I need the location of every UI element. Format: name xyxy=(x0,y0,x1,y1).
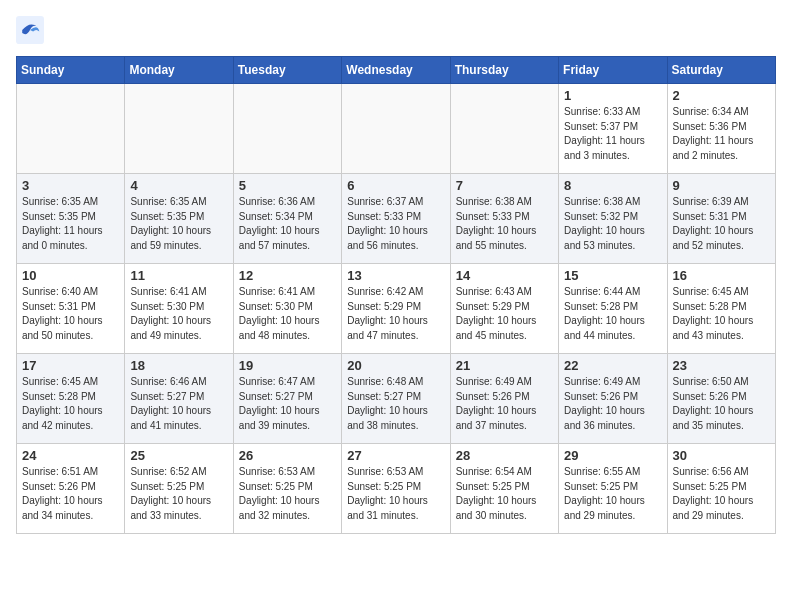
day-info: Sunrise: 6:44 AM Sunset: 5:28 PM Dayligh… xyxy=(564,285,661,343)
day-info: Sunrise: 6:42 AM Sunset: 5:29 PM Dayligh… xyxy=(347,285,444,343)
calendar-body: 1Sunrise: 6:33 AM Sunset: 5:37 PM Daylig… xyxy=(17,84,776,534)
calendar-day-cell: 15Sunrise: 6:44 AM Sunset: 5:28 PM Dayli… xyxy=(559,264,667,354)
day-number: 9 xyxy=(673,178,770,193)
calendar-week-row: 3Sunrise: 6:35 AM Sunset: 5:35 PM Daylig… xyxy=(17,174,776,264)
calendar-day-cell: 26Sunrise: 6:53 AM Sunset: 5:25 PM Dayli… xyxy=(233,444,341,534)
calendar-day-cell: 1Sunrise: 6:33 AM Sunset: 5:37 PM Daylig… xyxy=(559,84,667,174)
day-info: Sunrise: 6:53 AM Sunset: 5:25 PM Dayligh… xyxy=(347,465,444,523)
day-number: 8 xyxy=(564,178,661,193)
day-number: 27 xyxy=(347,448,444,463)
calendar-day-cell: 28Sunrise: 6:54 AM Sunset: 5:25 PM Dayli… xyxy=(450,444,558,534)
day-number: 26 xyxy=(239,448,336,463)
calendar-header: SundayMondayTuesdayWednesdayThursdayFrid… xyxy=(17,57,776,84)
calendar-day-cell: 11Sunrise: 6:41 AM Sunset: 5:30 PM Dayli… xyxy=(125,264,233,354)
day-info: Sunrise: 6:41 AM Sunset: 5:30 PM Dayligh… xyxy=(239,285,336,343)
day-number: 30 xyxy=(673,448,770,463)
day-info: Sunrise: 6:49 AM Sunset: 5:26 PM Dayligh… xyxy=(564,375,661,433)
day-info: Sunrise: 6:39 AM Sunset: 5:31 PM Dayligh… xyxy=(673,195,770,253)
day-number: 20 xyxy=(347,358,444,373)
weekday-header-monday: Monday xyxy=(125,57,233,84)
day-info: Sunrise: 6:54 AM Sunset: 5:25 PM Dayligh… xyxy=(456,465,553,523)
calendar-day-cell: 17Sunrise: 6:45 AM Sunset: 5:28 PM Dayli… xyxy=(17,354,125,444)
weekday-header-row: SundayMondayTuesdayWednesdayThursdayFrid… xyxy=(17,57,776,84)
logo xyxy=(16,16,48,44)
calendar-day-cell: 13Sunrise: 6:42 AM Sunset: 5:29 PM Dayli… xyxy=(342,264,450,354)
day-info: Sunrise: 6:38 AM Sunset: 5:32 PM Dayligh… xyxy=(564,195,661,253)
weekday-header-saturday: Saturday xyxy=(667,57,775,84)
calendar-day-cell: 21Sunrise: 6:49 AM Sunset: 5:26 PM Dayli… xyxy=(450,354,558,444)
calendar-day-cell: 24Sunrise: 6:51 AM Sunset: 5:26 PM Dayli… xyxy=(17,444,125,534)
calendar-day-cell: 25Sunrise: 6:52 AM Sunset: 5:25 PM Dayli… xyxy=(125,444,233,534)
day-number: 17 xyxy=(22,358,119,373)
day-info: Sunrise: 6:48 AM Sunset: 5:27 PM Dayligh… xyxy=(347,375,444,433)
day-info: Sunrise: 6:38 AM Sunset: 5:33 PM Dayligh… xyxy=(456,195,553,253)
calendar-day-cell: 29Sunrise: 6:55 AM Sunset: 5:25 PM Dayli… xyxy=(559,444,667,534)
page-header xyxy=(16,16,776,44)
calendar-day-cell: 18Sunrise: 6:46 AM Sunset: 5:27 PM Dayli… xyxy=(125,354,233,444)
day-info: Sunrise: 6:55 AM Sunset: 5:25 PM Dayligh… xyxy=(564,465,661,523)
empty-cell xyxy=(17,84,125,174)
day-number: 7 xyxy=(456,178,553,193)
calendar-day-cell: 9Sunrise: 6:39 AM Sunset: 5:31 PM Daylig… xyxy=(667,174,775,264)
day-info: Sunrise: 6:50 AM Sunset: 5:26 PM Dayligh… xyxy=(673,375,770,433)
calendar-week-row: 24Sunrise: 6:51 AM Sunset: 5:26 PM Dayli… xyxy=(17,444,776,534)
empty-cell xyxy=(125,84,233,174)
day-info: Sunrise: 6:35 AM Sunset: 5:35 PM Dayligh… xyxy=(130,195,227,253)
day-number: 23 xyxy=(673,358,770,373)
calendar-day-cell: 20Sunrise: 6:48 AM Sunset: 5:27 PM Dayli… xyxy=(342,354,450,444)
day-number: 29 xyxy=(564,448,661,463)
calendar-week-row: 10Sunrise: 6:40 AM Sunset: 5:31 PM Dayli… xyxy=(17,264,776,354)
day-info: Sunrise: 6:34 AM Sunset: 5:36 PM Dayligh… xyxy=(673,105,770,163)
weekday-header-thursday: Thursday xyxy=(450,57,558,84)
day-number: 13 xyxy=(347,268,444,283)
day-info: Sunrise: 6:43 AM Sunset: 5:29 PM Dayligh… xyxy=(456,285,553,343)
day-number: 19 xyxy=(239,358,336,373)
day-info: Sunrise: 6:36 AM Sunset: 5:34 PM Dayligh… xyxy=(239,195,336,253)
day-number: 4 xyxy=(130,178,227,193)
day-number: 11 xyxy=(130,268,227,283)
empty-cell xyxy=(342,84,450,174)
day-info: Sunrise: 6:35 AM Sunset: 5:35 PM Dayligh… xyxy=(22,195,119,253)
calendar-day-cell: 6Sunrise: 6:37 AM Sunset: 5:33 PM Daylig… xyxy=(342,174,450,264)
calendar-day-cell: 2Sunrise: 6:34 AM Sunset: 5:36 PM Daylig… xyxy=(667,84,775,174)
day-number: 24 xyxy=(22,448,119,463)
day-number: 15 xyxy=(564,268,661,283)
calendar-day-cell: 16Sunrise: 6:45 AM Sunset: 5:28 PM Dayli… xyxy=(667,264,775,354)
day-info: Sunrise: 6:37 AM Sunset: 5:33 PM Dayligh… xyxy=(347,195,444,253)
day-info: Sunrise: 6:45 AM Sunset: 5:28 PM Dayligh… xyxy=(673,285,770,343)
calendar-day-cell: 12Sunrise: 6:41 AM Sunset: 5:30 PM Dayli… xyxy=(233,264,341,354)
day-info: Sunrise: 6:40 AM Sunset: 5:31 PM Dayligh… xyxy=(22,285,119,343)
weekday-header-tuesday: Tuesday xyxy=(233,57,341,84)
calendar-week-row: 17Sunrise: 6:45 AM Sunset: 5:28 PM Dayli… xyxy=(17,354,776,444)
weekday-header-wednesday: Wednesday xyxy=(342,57,450,84)
day-number: 22 xyxy=(564,358,661,373)
calendar-day-cell: 10Sunrise: 6:40 AM Sunset: 5:31 PM Dayli… xyxy=(17,264,125,354)
calendar-day-cell: 27Sunrise: 6:53 AM Sunset: 5:25 PM Dayli… xyxy=(342,444,450,534)
day-info: Sunrise: 6:52 AM Sunset: 5:25 PM Dayligh… xyxy=(130,465,227,523)
calendar-table: SundayMondayTuesdayWednesdayThursdayFrid… xyxy=(16,56,776,534)
weekday-header-friday: Friday xyxy=(559,57,667,84)
day-info: Sunrise: 6:53 AM Sunset: 5:25 PM Dayligh… xyxy=(239,465,336,523)
empty-cell xyxy=(233,84,341,174)
day-number: 14 xyxy=(456,268,553,283)
calendar-day-cell: 14Sunrise: 6:43 AM Sunset: 5:29 PM Dayli… xyxy=(450,264,558,354)
day-number: 18 xyxy=(130,358,227,373)
calendar-day-cell: 30Sunrise: 6:56 AM Sunset: 5:25 PM Dayli… xyxy=(667,444,775,534)
day-number: 16 xyxy=(673,268,770,283)
day-number: 12 xyxy=(239,268,336,283)
logo-icon xyxy=(16,16,44,44)
day-info: Sunrise: 6:46 AM Sunset: 5:27 PM Dayligh… xyxy=(130,375,227,433)
day-info: Sunrise: 6:45 AM Sunset: 5:28 PM Dayligh… xyxy=(22,375,119,433)
day-number: 6 xyxy=(347,178,444,193)
day-number: 10 xyxy=(22,268,119,283)
day-info: Sunrise: 6:56 AM Sunset: 5:25 PM Dayligh… xyxy=(673,465,770,523)
day-number: 3 xyxy=(22,178,119,193)
calendar-week-row: 1Sunrise: 6:33 AM Sunset: 5:37 PM Daylig… xyxy=(17,84,776,174)
day-info: Sunrise: 6:33 AM Sunset: 5:37 PM Dayligh… xyxy=(564,105,661,163)
weekday-header-sunday: Sunday xyxy=(17,57,125,84)
calendar-day-cell: 19Sunrise: 6:47 AM Sunset: 5:27 PM Dayli… xyxy=(233,354,341,444)
day-info: Sunrise: 6:41 AM Sunset: 5:30 PM Dayligh… xyxy=(130,285,227,343)
calendar-day-cell: 5Sunrise: 6:36 AM Sunset: 5:34 PM Daylig… xyxy=(233,174,341,264)
day-number: 21 xyxy=(456,358,553,373)
calendar-day-cell: 23Sunrise: 6:50 AM Sunset: 5:26 PM Dayli… xyxy=(667,354,775,444)
